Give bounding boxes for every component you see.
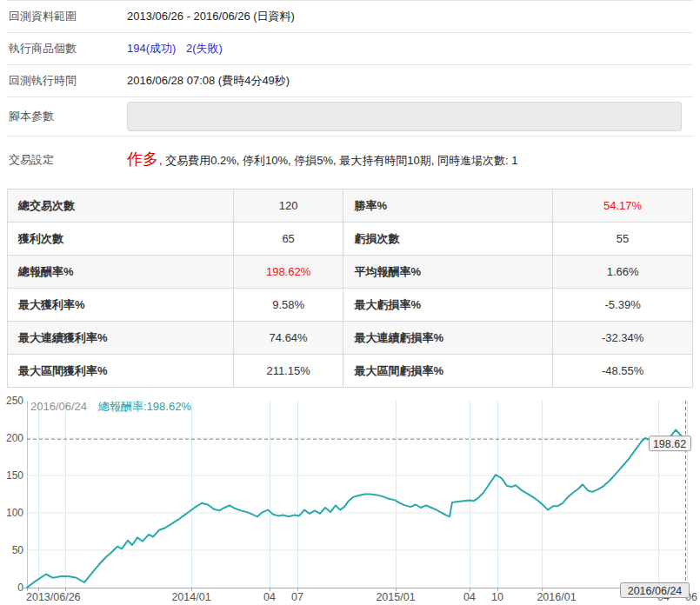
backtest-stats-table: 總交易次數 120 勝率% 54.17% 獲利次數 65 虧損次數 55 總報酬… [7,189,693,388]
stat-value-win-rate: 54.17% [553,189,693,223]
stat-value-total-return: 198.62% [233,256,343,289]
stat-label-max-profit: 最大獲利率% [8,289,234,322]
info-row-script-params: 腳本參數 [7,97,693,136]
y-axis-tick-label: 100 [6,507,23,519]
y-axis-tick-label: 0 [17,582,23,594]
value-tooltip-text: 198.62 [653,438,686,450]
stat-value-max-range-loss: -48.55% [553,355,693,388]
stat-value-win-count: 65 [233,223,343,256]
x-axis-tick-label: 2013/06/26 [26,591,81,603]
x-axis-tick-label: 2014/01 [171,591,210,603]
x-axis-tick-label: 04 [263,591,276,603]
table-row: 獲利次數 65 虧損次數 55 [8,223,693,256]
stat-value-max-loss: -5.39% [553,289,693,322]
stat-value-loss-count: 55 [553,223,693,256]
date-tooltip-text: 2016/06/24 [628,585,683,597]
x-axis-tick-label: 10 [491,591,503,603]
script-params-label: 腳本參數 [7,109,127,124]
table-row: 總報酬率% 198.62% 平均報酬率% 1.66% [8,256,693,289]
return-line [27,430,685,588]
legend-series-label: 總報酬率:198.62% [97,400,191,413]
stat-value-total-trades: 120 [233,189,343,223]
x-axis-tick-label: 04 [463,591,476,603]
stat-label-win-rate: 勝率% [343,189,553,223]
stat-label-total-trades: 總交易次數 [8,189,234,223]
info-row-trade-settings: 交易設定 作多, 交易費用0.2%, 停利10%, 停損5%, 最大持有時間10… [7,136,693,183]
product-count-label: 執行商品個數 [7,41,127,57]
x-axis-tick-label: 2016/01 [537,591,576,603]
stat-label-total-return: 總報酬率% [8,256,234,289]
exec-time-label: 回測執行時間 [7,73,127,89]
x-axis-tick-label: 07 [291,591,303,603]
table-row: 最大區間獲利率% 211.15% 最大區間虧損率% -48.55% [8,355,693,388]
stat-label-loss-count: 虧損次數 [343,223,553,256]
y-axis-tick-label: 50 [12,544,24,556]
success-count-link[interactable]: 194(成功) [127,42,176,55]
stat-value-avg-return: 1.66% [553,256,693,289]
chart-panel: 0501001502002502013/06/262014/0104072015… [0,395,700,605]
stat-label-max-loss: 最大虧損率% [343,289,553,322]
fail-count-link[interactable]: 2(失敗) [186,42,223,55]
stat-value-max-range-profit: 211.15% [233,355,343,388]
data-range-value: 2013/06/26 - 2016/06/26 (日資料) [127,9,295,24]
x-axis-tick-label: 2015/01 [376,591,415,603]
backtest-info-section: 回測資料範圍 2013/06/26 - 2016/06/26 (日資料) 執行商… [7,0,693,183]
data-range-label: 回測資料範圍 [7,9,127,24]
y-axis-tick-label: 150 [6,469,23,482]
info-row-data-range: 回測資料範圍 2013/06/26 - 2016/06/26 (日資料) [7,1,693,33]
trade-settings-label: 交易設定 [7,152,127,168]
stat-value-max-consec-profit: 74.64% [233,322,343,355]
stat-label-max-consec-loss: 最大連續虧損率% [343,322,553,355]
table-row: 最大連續獲利率% 74.64% 最大連續虧損率% -32.34% [8,322,693,355]
stat-value-max-profit: 9.58% [233,289,343,322]
script-params-input[interactable] [127,102,682,131]
info-row-product-count: 執行商品個數 194(成功) 2(失敗) [7,33,693,65]
trade-settings-detail: , 交易費用0.2%, 停利10%, 停損5%, 最大持有時間10期, 同時進場… [159,154,517,167]
product-count-value: 194(成功) 2(失敗) [127,41,223,57]
return-curve-chart[interactable]: 0501001502002502013/06/262014/0104072015… [0,395,700,604]
legend-date: 2016/06/24 [30,400,87,413]
table-row: 總交易次數 120 勝率% 54.17% [8,189,693,223]
trade-direction-highlight: 作多 [127,150,158,168]
stat-label-max-consec-profit: 最大連續獲利率% [8,322,234,355]
info-row-exec-time: 回測執行時間 2016/06/28 07:08 (費時4分49秒) [7,65,693,97]
stat-label-win-count: 獲利次數 [8,223,234,256]
exec-time-value: 2016/06/28 07:08 (費時4分49秒) [127,73,290,89]
y-axis-tick-label: 250 [6,395,23,407]
stat-label-max-range-loss: 最大區間虧損率% [343,355,553,388]
stat-value-max-consec-loss: -32.34% [553,322,693,355]
trade-settings-value: 作多, 交易費用0.2%, 停利10%, 停損5%, 最大持有時間10期, 同時… [127,151,517,169]
stat-label-avg-return: 平均報酬率% [343,256,553,289]
y-axis-tick-label: 200 [6,432,23,444]
stat-label-max-range-profit: 最大區間獲利率% [8,355,234,388]
table-row: 最大獲利率% 9.58% 最大虧損率% -5.39% [8,289,693,322]
